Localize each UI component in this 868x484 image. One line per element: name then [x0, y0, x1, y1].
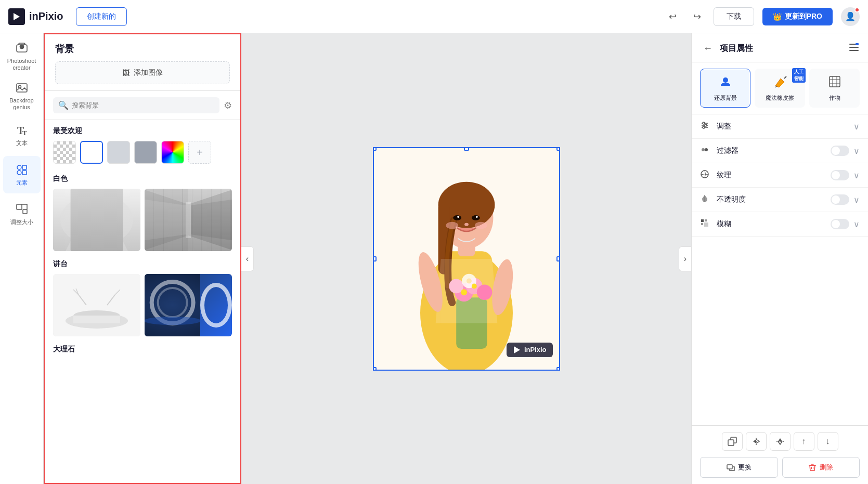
svg-rect-62	[849, 50, 859, 51]
svg-rect-19	[145, 189, 232, 251]
blue-ring-image[interactable]	[145, 274, 232, 336]
upgrade-pro-button[interactable]: 👑 更新到PRO	[762, 8, 833, 25]
marble-section-title: 大理石	[53, 345, 232, 354]
bottom-actions: ↑ ↓ 更换	[692, 425, 868, 484]
opacity-toggle[interactable]	[831, 194, 849, 205]
search-input[interactable]	[72, 101, 214, 109]
swatch-rainbow[interactable]	[161, 141, 184, 164]
photoshoot-icon	[15, 41, 29, 56]
add-image-icon: 🖼	[122, 69, 129, 77]
prop-opacity[interactable]: 不透明度 ∨	[692, 188, 868, 212]
svg-rect-8	[22, 165, 27, 169]
swatch-gray[interactable]	[134, 141, 157, 164]
logo-text: inPixio	[29, 10, 63, 22]
copy-button[interactable]	[722, 432, 743, 451]
prop-texture[interactable]: 纹理 ∨	[692, 163, 868, 188]
compose-label: 作物	[829, 94, 840, 102]
header: inPixio 创建新的 ↩ ↪ 下载 👑 更新到PRO 👤	[0, 0, 868, 33]
sidebar-item-photoshoot[interactable]: Photoshootcreator	[3, 37, 41, 75]
sidebar-item-elements[interactable]: 元素	[3, 156, 41, 193]
properties-list: 调整 ∨ 过滤器 ∨	[692, 114, 868, 425]
blur-toggle[interactable]	[831, 219, 849, 229]
flip-h-button[interactable]	[746, 432, 767, 451]
move-down-button[interactable]: ↓	[818, 432, 838, 451]
svg-rect-61	[849, 47, 859, 48]
svg-rect-11	[17, 204, 22, 210]
filter-button[interactable]: ⚙	[224, 100, 232, 111]
magic-eraser-icon	[773, 74, 787, 92]
handle-top-right[interactable]	[556, 147, 560, 151]
svg-rect-88	[727, 465, 732, 469]
white-platform-preview	[53, 274, 140, 336]
prop-filter[interactable]: 过滤器 ∨	[692, 139, 868, 163]
white-image-grid	[53, 189, 232, 251]
corridor-image[interactable]	[145, 189, 232, 251]
photoshoot-label: Photoshootcreator	[7, 58, 36, 71]
adjust-chevron: ∨	[853, 122, 860, 132]
compose-button[interactable]: 作物	[809, 69, 860, 108]
flip-v-button[interactable]	[770, 432, 791, 451]
svg-line-18	[107, 189, 118, 251]
svg-point-45	[464, 223, 469, 226]
svg-rect-80	[701, 219, 704, 222]
user-avatar-button[interactable]: 👤	[841, 7, 860, 26]
svg-text:T: T	[22, 129, 27, 137]
swatch-light-gray[interactable]	[107, 141, 130, 164]
create-new-button[interactable]: 创建新的	[76, 7, 127, 26]
swatch-white[interactable]	[80, 141, 103, 164]
white-hall-image[interactable]	[53, 189, 140, 251]
handle-bottom-left[interactable]	[373, 367, 377, 371]
handle-middle-right[interactable]	[556, 256, 560, 261]
svg-marker-59	[514, 346, 520, 354]
magic-eraser-label: 魔法橡皮擦	[766, 94, 794, 102]
adjust-icon	[700, 121, 712, 132]
svg-point-33	[145, 317, 200, 325]
sidebar-item-text[interactable]: T T 文本	[3, 116, 41, 154]
download-button[interactable]: 下载	[714, 7, 754, 26]
delete-button[interactable]: 删除	[782, 457, 860, 478]
svg-rect-63	[856, 43, 859, 45]
redo-button[interactable]: ↪	[689, 9, 705, 24]
back-button[interactable]: ←	[700, 42, 716, 55]
svg-point-46	[446, 221, 458, 229]
stage-section-title: 讲台	[53, 259, 232, 269]
magic-eraser-button[interactable]: 人工智能 魔法橡皮擦	[755, 69, 805, 108]
panel-toggle-left[interactable]: ‹	[241, 246, 254, 271]
resize-icon	[15, 202, 29, 217]
layers-button[interactable]	[848, 42, 860, 56]
svg-rect-10	[22, 171, 27, 175]
blur-icon	[700, 218, 712, 230]
handle-top-center[interactable]	[464, 147, 469, 151]
move-up-button[interactable]: ↑	[794, 432, 814, 451]
filter-chevron: ∨	[853, 146, 860, 156]
add-image-button[interactable]: 🖼 添加图像	[55, 61, 230, 84]
right-panel: ← 项目属性 还原背景	[691, 33, 868, 484]
undo-button[interactable]: ↩	[665, 9, 681, 24]
texture-toggle[interactable]	[831, 170, 849, 180]
white-hall-preview	[53, 189, 140, 251]
user-icon: 👤	[845, 11, 856, 21]
filter-label: 过滤器	[717, 146, 831, 155]
opacity-label: 不透明度	[717, 195, 831, 204]
resize-label: 调整大小	[10, 219, 33, 226]
white-platform-image[interactable]	[53, 274, 140, 336]
svg-rect-20	[145, 189, 188, 251]
panel-toggle-right[interactable]: ›	[679, 246, 691, 271]
replace-button[interactable]: 更换	[700, 457, 778, 478]
sidebar-icons: Photoshootcreator Backdropgenius T T 文本	[0, 33, 44, 484]
search-icon: 🔍	[58, 100, 69, 110]
svg-point-1	[20, 45, 24, 49]
restore-bg-button[interactable]: 还原背景	[700, 69, 750, 108]
prop-adjust[interactable]: 调整 ∨	[692, 114, 868, 139]
sidebar-item-backdrop[interactable]: Backdropgenius	[3, 77, 41, 114]
sidebar-item-resize[interactable]: 调整大小	[3, 195, 41, 233]
handle-bottom-right[interactable]	[556, 367, 560, 371]
swatch-add-button[interactable]: +	[188, 141, 211, 164]
panel-title: 项目属性	[720, 43, 753, 54]
restore-bg-label: 还原背景	[714, 94, 737, 102]
handle-top-left[interactable]	[373, 147, 377, 151]
handle-middle-left[interactable]	[373, 256, 377, 261]
filter-toggle[interactable]	[831, 146, 849, 156]
swatch-transparent[interactable]	[53, 141, 76, 164]
prop-blur[interactable]: 模糊 ∨	[692, 212, 868, 237]
